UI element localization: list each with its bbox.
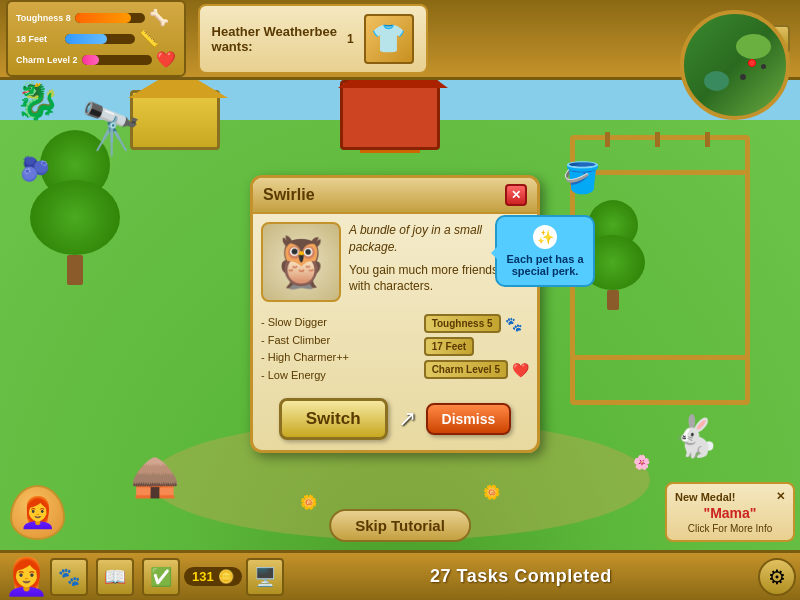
trait-4: - Low Energy — [261, 367, 414, 385]
perk-bubble: ✨ Each pet has a special perk. — [495, 215, 595, 287]
player-location-dot — [748, 59, 756, 67]
medal-name: "Mama" — [675, 505, 785, 521]
charm-bar-fill — [82, 55, 100, 65]
height-bar-bg — [65, 34, 135, 44]
skip-tutorial-button[interactable]: Skip Tutorial — [329, 509, 471, 542]
building-red — [340, 80, 440, 153]
stat-chip-charm: Charm Level 5 — [424, 360, 508, 379]
request-panel: Heather Weatherbee wants: 1 👕 — [198, 4, 428, 74]
height-label: 18 Feet — [16, 34, 61, 44]
medal-close-btn[interactable]: ✕ — [776, 490, 785, 503]
pet-creature: 🐇 — [670, 413, 720, 460]
pet-dialog: Swirlie ✕ 🦉 A bundle of joy in a small p… — [250, 175, 540, 453]
building-yellow — [130, 90, 220, 150]
berry-bush: 🫐 — [20, 155, 50, 183]
item-count: 1 — [347, 32, 354, 46]
charm-icon: ❤️ — [156, 50, 176, 69]
heart-icon: ❤️ — [512, 362, 529, 378]
pet-face-icon: 🦉 — [270, 237, 332, 287]
coin-display: 131 🪙 — [184, 567, 242, 586]
tasks-completed-label: 27 Tasks Completed — [288, 566, 754, 587]
map-dot-2 — [740, 74, 746, 80]
paw-icon: 🐾 — [505, 316, 522, 332]
flower-1: 🌼 — [483, 484, 500, 500]
character-avatar: 👩‍🦰 — [10, 485, 70, 545]
height-stat-row: 18 Feet 📏 — [16, 29, 176, 48]
game-world: 🫐 🔭 🪣 🐇 🛖 🌼 🌸 🌼 🐉 To — [0, 0, 800, 600]
taskbar-paw-button[interactable]: 🐾 — [50, 558, 88, 596]
dialog-stats-panel: Toughness 5 🐾 17 Feet Charm Level 5 ❤️ — [424, 314, 529, 384]
charm-bar-bg — [82, 55, 152, 65]
dialog-title: Swirlie — [263, 186, 315, 204]
barrel: 🪣 — [563, 160, 600, 195]
toughness-bar-fill — [75, 13, 131, 23]
pet-traits: - Slow Digger - Fast Climber - High Char… — [253, 310, 537, 392]
toughness-stat-row: Toughness 8 🦴 — [16, 8, 176, 27]
map-dot-3 — [761, 64, 766, 69]
coin-icon: 🪙 — [218, 569, 234, 584]
cursor-icon: ↗ — [398, 406, 416, 432]
taskbar-check-button[interactable]: ✅ — [142, 558, 180, 596]
height-icon: 📏 — [139, 29, 159, 48]
taskbar-computer-button[interactable]: 🖥️ — [246, 558, 284, 596]
requester-name: Heather Weatherbee — [212, 24, 337, 39]
medal-new-label: New Medal! — [675, 491, 736, 503]
trait-3: - High Charmer++ — [261, 349, 414, 367]
pet-portrait: 🦉 — [261, 222, 341, 302]
dialog-close-button[interactable]: ✕ — [505, 184, 527, 206]
toughness-label: Toughness 8 — [16, 13, 71, 23]
wants-label: wants: — [212, 39, 337, 54]
toughness-bar-bg — [75, 13, 145, 23]
mini-map — [680, 10, 790, 120]
dialog-title-bar: Swirlie ✕ — [253, 178, 537, 214]
cannon-machine: 🔭 — [80, 100, 142, 158]
taskbar-book-button[interactable]: 📖 — [96, 558, 134, 596]
dragon-pet: 🐉 — [15, 80, 60, 122]
pet-stats-panel: Toughness 8 🦴 18 Feet 📏 Charm Level 2 ❤️ — [6, 0, 186, 77]
trait-1: - Slow Digger — [261, 314, 414, 332]
hay-pile: 🛖 — [130, 453, 180, 500]
height-bar-fill — [65, 34, 107, 44]
perk-bubble-icon: ✨ — [533, 225, 557, 249]
flower-3: 🌼 — [300, 494, 317, 510]
dismiss-button[interactable]: Dismiss — [426, 403, 512, 435]
stat-chip-toughness: Toughness 5 — [424, 314, 501, 333]
request-info: Heather Weatherbee wants: — [212, 24, 337, 54]
coin-amount: 131 — [192, 569, 214, 584]
requested-item-icon: 👕 — [364, 14, 414, 64]
toughness-icon: 🦴 — [149, 8, 169, 27]
settings-button[interactable]: ⚙ — [758, 558, 796, 596]
stat-chip-charm-row: Charm Level 5 ❤️ — [424, 360, 529, 379]
traits-list: - Slow Digger - Fast Climber - High Char… — [261, 314, 414, 384]
stat-chip-height-row: 17 Feet — [424, 337, 529, 356]
medal-notification: New Medal! ✕ "Mama" Click For More Info — [665, 482, 795, 542]
medal-title-row: New Medal! ✕ — [675, 490, 785, 503]
charm-stat-row: Charm Level 2 ❤️ — [16, 50, 176, 69]
charm-label: Charm Level 2 — [16, 55, 78, 65]
perk-bubble-text: Each pet has a special perk. — [506, 253, 583, 277]
dialog-buttons: Switch ↗ Dismiss — [253, 392, 537, 450]
flower-2: 🌸 — [633, 454, 650, 470]
medal-action-link[interactable]: Click For More Info — [675, 523, 785, 534]
bottom-bar: 👩‍🦰 🐾 📖 ✅ 131 🪙 🖥️ 27 Tasks Completed ⚙ — [0, 550, 800, 600]
stat-chip-toughness-row: Toughness 5 🐾 — [424, 314, 529, 333]
switch-button[interactable]: Switch — [279, 398, 388, 440]
trait-2: - Fast Climber — [261, 332, 414, 350]
stat-chip-height: 17 Feet — [424, 337, 474, 356]
bottom-avatar: 👩‍🦰 — [4, 556, 46, 598]
